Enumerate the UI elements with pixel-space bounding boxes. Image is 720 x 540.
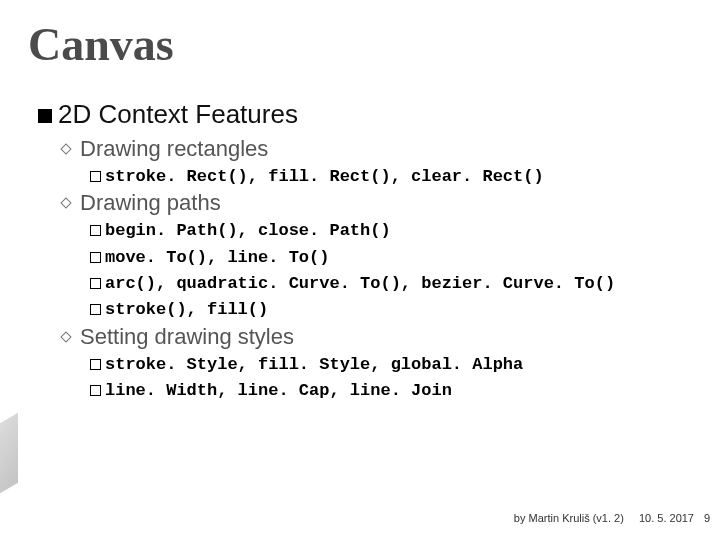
code-line: stroke. Style, fill. Style, global. Alph…	[90, 352, 692, 378]
subheading-label: Setting drawing styles	[80, 324, 294, 349]
code-text: arc(), quadratic. Curve. To(), bezier. C…	[105, 274, 615, 293]
code-line: move. To(), line. To()	[90, 245, 692, 271]
code-text: stroke. Rect(), fill. Rect(), clear. Rec…	[105, 167, 544, 186]
code-text: move. To(), line. To()	[105, 248, 329, 267]
subheading-label: Drawing paths	[80, 190, 221, 215]
code-line: stroke(), fill()	[90, 297, 692, 323]
box-bullet-icon	[90, 359, 101, 370]
subheading: Drawing paths	[62, 190, 692, 216]
slide-title: Canvas	[28, 18, 692, 71]
box-bullet-icon	[90, 252, 101, 263]
diamond-bullet-icon	[60, 331, 71, 342]
box-bullet-icon	[90, 225, 101, 236]
box-bullet-icon	[90, 171, 101, 182]
subheading: Setting drawing styles	[62, 324, 692, 350]
code-text: line. Width, line. Cap, line. Join	[105, 381, 452, 400]
footer-author: by Martin Kruliš (v1. 2)	[514, 512, 624, 524]
footer-date: 10. 5. 2017	[639, 512, 694, 524]
diamond-bullet-icon	[60, 198, 71, 209]
code-line: line. Width, line. Cap, line. Join	[90, 378, 692, 404]
subheading: Drawing rectangles	[62, 136, 692, 162]
box-bullet-icon	[90, 278, 101, 289]
code-line: arc(), quadratic. Curve. To(), bezier. C…	[90, 271, 692, 297]
square-bullet-icon	[38, 109, 52, 123]
subheading-label: Drawing rectangles	[80, 136, 268, 161]
code-text: stroke. Style, fill. Style, global. Alph…	[105, 355, 523, 374]
slide: Canvas 2D Context Features Drawing recta…	[0, 0, 720, 404]
section-bullet-label: 2D	[58, 99, 91, 129]
footer: by Martin Kruliš (v1. 2) 10. 5. 2017	[514, 512, 694, 524]
box-bullet-icon	[90, 385, 101, 396]
code-text: stroke(), fill()	[105, 300, 268, 319]
diamond-bullet-icon	[60, 143, 71, 154]
decorative-wedge	[0, 413, 18, 493]
code-line: stroke. Rect(), fill. Rect(), clear. Rec…	[90, 164, 692, 190]
page-number: 9	[704, 512, 710, 524]
section-heading: 2D Context Features	[38, 99, 692, 130]
section-heading-text: Context Features	[98, 99, 297, 129]
code-line: begin. Path(), close. Path()	[90, 218, 692, 244]
box-bullet-icon	[90, 304, 101, 315]
code-text: begin. Path(), close. Path()	[105, 221, 391, 240]
